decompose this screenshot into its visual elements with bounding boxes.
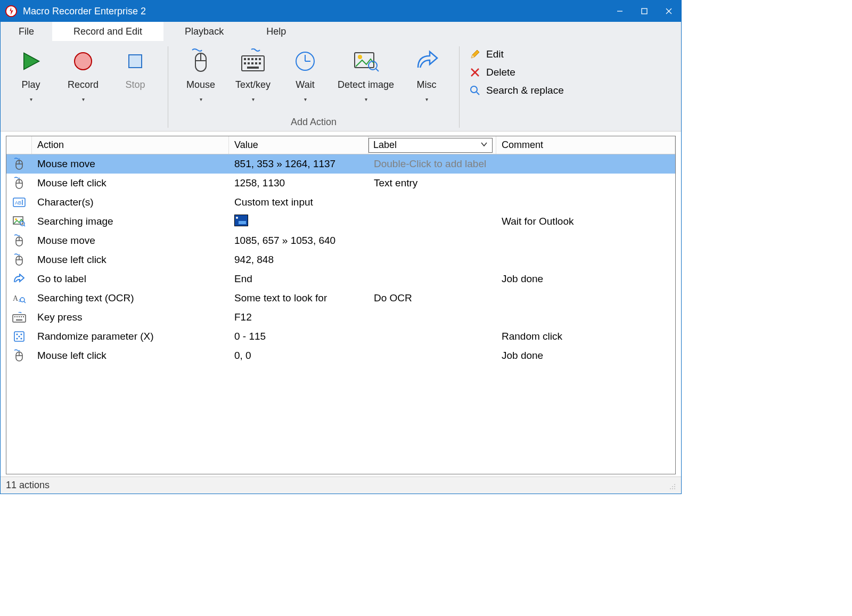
minimize-button[interactable] — [608, 1, 632, 22]
mouse-button[interactable]: Mouse ▾ — [175, 46, 227, 102]
app-icon — [5, 5, 18, 18]
ribbon-group-add-action: Mouse ▾ Text/key ▾ Wait ▾ Detect image ▾ — [175, 43, 453, 131]
text-key-button[interactable]: Text/key ▾ — [227, 46, 279, 102]
cell-action: Key press — [32, 311, 229, 323]
table-row[interactable]: ABCharacter(s)Custom text input — [6, 193, 675, 212]
ocr-icon: Aa — [6, 293, 32, 303]
mouse-icon — [6, 177, 32, 190]
cell-action: Mouse left click — [32, 177, 229, 189]
search-replace-action[interactable]: Search & replace — [469, 85, 564, 96]
cell-label[interactable]: Do OCR — [368, 292, 496, 304]
svg-point-44 — [15, 218, 17, 220]
table-row[interactable]: Mouse left click942, 848 — [6, 250, 675, 269]
svg-point-66 — [20, 333, 22, 335]
resize-grip-icon[interactable] — [667, 481, 676, 490]
random-icon — [6, 331, 32, 342]
play-button[interactable]: Play ▾ — [5, 46, 57, 102]
svg-rect-13 — [248, 58, 250, 60]
keyboard-icon — [240, 46, 266, 76]
menubar: File Record and Edit Playback Help — [1, 22, 681, 41]
maximize-button[interactable] — [632, 1, 657, 22]
mouse-icon — [6, 234, 32, 247]
status-text: 11 actions — [6, 480, 50, 491]
wait-button[interactable]: Wait ▾ — [279, 46, 331, 102]
table-row[interactable]: Key pressF12 — [6, 308, 675, 327]
svg-rect-63 — [16, 319, 22, 321]
table-row[interactable]: Mouse left click0, 0Job done — [6, 346, 675, 365]
svg-point-27 — [358, 55, 362, 59]
svg-point-68 — [16, 338, 18, 339]
menu-help[interactable]: Help — [245, 22, 307, 41]
svg-point-78 — [674, 488, 675, 489]
delete-icon — [469, 67, 481, 78]
svg-rect-60 — [19, 316, 20, 317]
ribbon-group-label: Add Action — [175, 117, 453, 131]
cell-action: Searching text (OCR) — [32, 292, 229, 304]
column-action[interactable]: Action — [32, 136, 229, 154]
action-grid-container: Action Value Label Comment Mouse move851… — [1, 132, 681, 477]
goto-icon — [6, 274, 32, 284]
cell-value: F12 — [229, 311, 368, 323]
misc-button[interactable]: Misc ▾ — [400, 46, 453, 102]
chevron-down-icon: ▾ — [252, 96, 255, 102]
detect-image-button[interactable]: Detect image ▾ — [331, 46, 400, 102]
chevron-down-icon: ▾ — [365, 96, 367, 102]
edit-action[interactable]: Edit — [469, 48, 564, 60]
ribbon-group-playback: Play ▾ Record ▾ Stop ▾ — [5, 43, 161, 131]
table-row[interactable]: Go to labelEndJob done — [6, 269, 675, 289]
svg-point-65 — [16, 333, 18, 335]
table-row[interactable]: Mouse left click1258, 1130Text entry — [6, 174, 675, 193]
label-dropdown[interactable]: Label — [368, 138, 493, 153]
table-row[interactable]: AaSearching text (OCR)Some text to look … — [6, 289, 675, 308]
stop-icon — [124, 46, 147, 76]
svg-line-29 — [376, 69, 379, 71]
svg-point-6 — [75, 53, 92, 70]
record-button[interactable]: Record ▾ — [57, 46, 109, 102]
svg-rect-58 — [14, 316, 15, 317]
cell-value: 1085, 657 » 1053, 640 — [229, 235, 368, 247]
table-row[interactable]: Randomize parameter (X)0 - 115Random cli… — [6, 327, 675, 346]
action-grid: Action Value Label Comment Mouse move851… — [6, 136, 676, 474]
app-window: Macro Recorder Enterprise 2 File Record … — [0, 0, 682, 494]
svg-rect-59 — [17, 316, 18, 317]
menu-record-edit[interactable]: Record and Edit — [52, 22, 163, 41]
svg-rect-12 — [244, 58, 246, 60]
stop-button[interactable]: Stop ▾ — [109, 46, 161, 102]
menu-file[interactable]: File — [1, 22, 52, 41]
column-label[interactable]: Label — [368, 136, 496, 154]
cell-value — [229, 215, 368, 229]
chevron-down-icon: ▾ — [30, 96, 32, 102]
svg-point-77 — [672, 488, 673, 489]
column-value[interactable]: Value — [229, 136, 368, 154]
cell-label[interactable]: Double-Click to add label — [368, 158, 496, 170]
svg-rect-17 — [244, 62, 246, 64]
table-row[interactable]: Mouse move1085, 657 » 1053, 640 — [6, 231, 675, 250]
svg-rect-62 — [23, 316, 24, 317]
column-icon[interactable] — [6, 136, 32, 154]
delete-action[interactable]: Delete — [469, 67, 564, 78]
cell-value: 0 - 115 — [229, 331, 368, 342]
svg-point-32 — [471, 86, 477, 93]
cell-value: 851, 353 » 1264, 1137 — [229, 158, 368, 170]
ribbon-group-edit: Edit Delete Search & replace — [466, 43, 677, 131]
cell-action: Searching image — [32, 216, 229, 227]
ribbon: Play ▾ Record ▾ Stop ▾ — [1, 41, 681, 132]
cell-value: 0, 0 — [229, 350, 368, 362]
svg-point-76 — [670, 488, 671, 489]
svg-rect-22 — [247, 67, 259, 69]
search-icon — [469, 85, 481, 96]
column-comment[interactable]: Comment — [496, 136, 675, 154]
menu-playback[interactable]: Playback — [163, 22, 245, 41]
table-row[interactable]: Mouse move851, 353 » 1264, 1137Double-Cl… — [6, 154, 675, 174]
close-button[interactable] — [657, 1, 681, 22]
statusbar: 11 actions — [1, 477, 681, 494]
svg-point-45 — [20, 221, 24, 226]
table-row[interactable]: Searching imageWait for Outlook — [6, 212, 675, 231]
cell-label[interactable]: Text entry — [368, 177, 496, 189]
cell-comment: Job done — [496, 350, 675, 362]
svg-text:A: A — [13, 294, 19, 302]
svg-rect-19 — [251, 62, 253, 64]
cell-action: Character(s) — [32, 196, 229, 208]
svg-point-74 — [672, 486, 673, 487]
svg-rect-21 — [259, 62, 261, 64]
